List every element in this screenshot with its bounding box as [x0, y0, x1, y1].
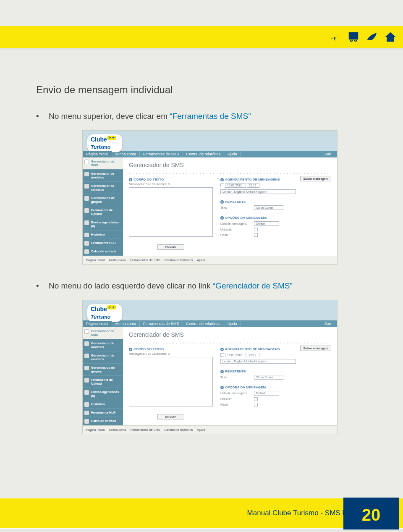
footer-nav-item[interactable]: Ferramentas de SMS	[130, 428, 160, 432]
hlr-icon	[84, 411, 89, 415]
sidebar-item-caixa-entrada[interactable]: Caixa de entrada	[83, 247, 123, 256]
arrow-icon: ▸	[220, 370, 224, 373]
footer-nav: Página Inicial Minha conta Ferramentas d…	[83, 425, 337, 434]
remetente-field-label: Texto	[220, 376, 254, 379]
home-icon	[384, 31, 397, 43]
footer-nav-item[interactable]: Central de relatórios	[165, 428, 193, 432]
app-logo: Clube✈✈ Turismo	[87, 134, 123, 152]
upload-icon	[84, 378, 89, 383]
sidebar-item-hlr[interactable]: Ferramenta HLR	[83, 409, 123, 417]
arrow-icon: ▸	[129, 178, 132, 181]
message-textarea[interactable]	[129, 357, 213, 406]
screenshot-1: Clube✈✈ Turismo Página inicial Minha con…	[82, 130, 372, 265]
flash-checkbox[interactable]	[254, 233, 258, 237]
sidebar-item-gerenciador-sms[interactable]: Gerenciador de SMS	[83, 327, 123, 339]
nav-ferramentas-sms[interactable]: Ferramentas de SMS	[140, 321, 183, 327]
schedule-checkbox[interactable]	[220, 183, 224, 187]
sidebar-item-upload[interactable]: Ferramenta de Upload	[83, 376, 123, 388]
play-icon	[84, 329, 89, 334]
timezone-select[interactable]: London, England, United Kingdom	[220, 189, 296, 194]
arrow-icon: ▸	[220, 178, 224, 181]
main-panel: Gerenciador de SMS Salvar mensagem ▸CORP…	[123, 327, 337, 425]
flash-label: Flash:	[220, 403, 254, 406]
remetente-heading: ▸REMETENTE	[220, 370, 300, 373]
timezone-select[interactable]: London, England, United Kingdom	[220, 359, 296, 364]
nav-pagina-inicial[interactable]: Página inicial	[83, 321, 112, 327]
footer-nav-item[interactable]: Ajuda	[197, 258, 205, 262]
bullet-2-link: “Gerenciador de SMS”	[213, 281, 293, 290]
nav-minha-conta[interactable]: Minha conta	[112, 151, 140, 157]
footer-nav-item[interactable]: Ferramentas de SMS	[130, 258, 160, 262]
bullet-1: • No menu superior, deve clicar em “Ferr…	[36, 112, 372, 121]
sidebar-item-agendados[interactable]: Envios agendados (0)	[83, 388, 123, 400]
unicode-label: Unicode:	[220, 228, 254, 231]
sidebar-item-contatos[interactable]: Gerenciador de contatos	[83, 182, 123, 194]
sidebar-item-agendados[interactable]: Envios agendados (0)	[83, 218, 123, 231]
flash-label: Flash:	[220, 233, 254, 236]
footer-nav-item[interactable]: Página Inicial	[86, 428, 105, 432]
panel-title: Gerenciador de SMS	[129, 162, 331, 168]
nav-pagina-inicial[interactable]: Página inicial	[83, 151, 112, 157]
lista-select[interactable]: Default	[254, 221, 279, 226]
send-button[interactable]: ENVIAR	[157, 414, 184, 419]
sidebar-item-gerenciador-sms[interactable]: Gerenciador de SMS	[83, 157, 123, 170]
upload-icon	[84, 208, 89, 213]
sidebar-item-grupos[interactable]: Gerenciados de grupos	[83, 364, 123, 376]
contacts-icon	[84, 354, 89, 358]
remetente-input[interactable]: Clube Comer	[254, 205, 283, 210]
schedule-date-input[interactable]: 15.03.2012	[225, 353, 246, 357]
bullet-dot: •	[36, 281, 49, 291]
sidebar-item-historico[interactable]: Histórico	[83, 400, 123, 409]
sidebar-item-modelos[interactable]: Gerenciador de modelos	[83, 339, 123, 351]
save-message-button[interactable]: Salvar mensagem	[300, 346, 331, 351]
footer-nav: Página Inicial Minha conta Ferramentas d…	[83, 256, 337, 264]
sidebar-item-historico[interactable]: Histórico	[83, 231, 123, 239]
sidebar-item-upload[interactable]: Ferramenta de Upload	[83, 206, 123, 218]
schedule-checkbox[interactable]	[220, 353, 224, 357]
bullet-2-prefix: No menu do lado esquerdo deve clicar no …	[49, 281, 213, 290]
remetente-field-label: Texto	[220, 206, 254, 209]
lista-select[interactable]: Default	[254, 391, 279, 396]
bullet-1-prefix: No menu superior, deve clicar em	[49, 112, 170, 121]
unicode-checkbox[interactable]	[254, 228, 258, 231]
history-icon	[84, 402, 89, 407]
schedule-date-input[interactable]: 15.03.2012	[225, 183, 246, 188]
schedule-time-input[interactable]: 21:12	[247, 353, 259, 357]
send-button[interactable]: ENVIAR	[157, 244, 184, 250]
remetente-input[interactable]: Clube Comer	[254, 375, 283, 380]
footer-nav-item[interactable]: Minha conta	[109, 258, 126, 262]
sidebar-item-grupos[interactable]: Gerenciados de grupos	[83, 194, 123, 206]
app-header: Clube✈✈ Turismo	[83, 300, 337, 320]
sidebar-item-hlr[interactable]: Ferramenta HLR	[83, 239, 123, 247]
sidebar-item-contatos[interactable]: Gerenciador de contatos	[83, 351, 123, 364]
clock-icon	[84, 390, 89, 395]
schedule-time-input[interactable]: 21:12	[247, 183, 259, 188]
footer-nav-item[interactable]: Minha conta	[109, 428, 126, 432]
message-textarea[interactable]	[129, 187, 213, 237]
nav-ajuda[interactable]: Ajuda	[224, 151, 241, 157]
inbox-icon	[84, 419, 89, 424]
footer-nav-item[interactable]: Ajuda	[197, 428, 205, 432]
footer-nav-item[interactable]: Página Inicial	[86, 258, 105, 262]
nav-ferramentas-sms[interactable]: Ferramentas de SMS	[140, 151, 183, 157]
agendamento-heading: ▸AGENDAMENTO DE MENSAGENS	[220, 178, 300, 181]
nav-minha-conta[interactable]: Minha conta	[112, 321, 140, 327]
flash-checkbox[interactable]	[254, 403, 258, 406]
sidebar-item-modelos[interactable]: Gerenciador de modelos	[83, 170, 123, 182]
history-icon	[84, 233, 89, 237]
save-message-button[interactable]: Salvar mensagem	[300, 176, 331, 181]
nav-sair[interactable]: Sair	[319, 151, 337, 157]
divider-dots	[129, 173, 331, 175]
lista-label: Lista de mensagens:	[220, 392, 254, 395]
sidebar: Gerenciador de SMS Gerenciador de modelo…	[83, 157, 123, 256]
nav-central-relatorios[interactable]: Central de relatórios	[183, 151, 224, 157]
airplane-icon	[328, 31, 342, 43]
footer-nav-item[interactable]: Central de relatórios	[165, 258, 193, 262]
unicode-checkbox[interactable]	[254, 397, 258, 401]
nav-sair[interactable]: Sair	[319, 321, 337, 327]
nav-ajuda[interactable]: Ajuda	[224, 321, 241, 327]
logo-line2: Turismo	[91, 144, 110, 150]
nav-central-relatorios[interactable]: Central de relatórios	[183, 321, 224, 327]
folder-icon	[84, 341, 89, 346]
sidebar-item-caixa-entrada[interactable]: Caixa de entrada	[83, 417, 123, 425]
